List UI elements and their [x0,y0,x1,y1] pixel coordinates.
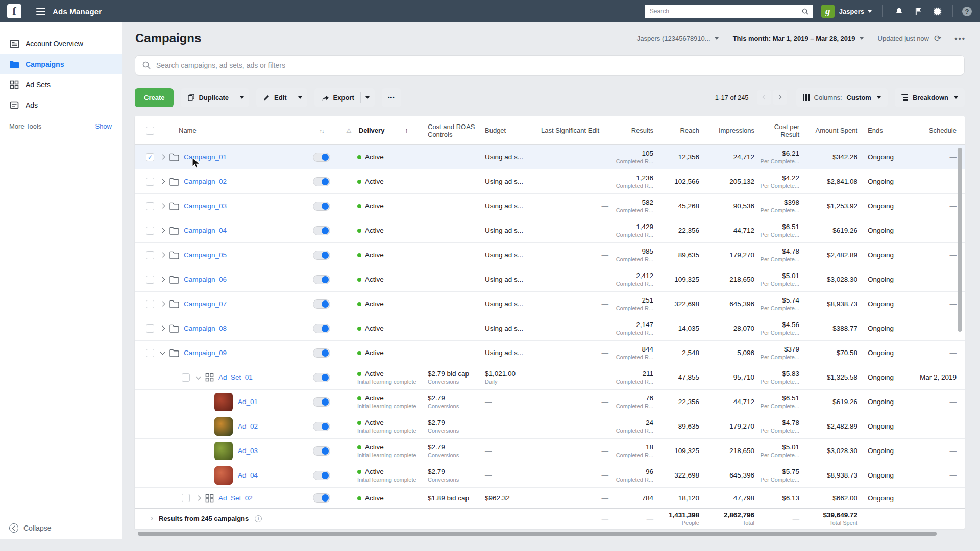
create-button[interactable]: Create [135,88,174,107]
row-checkbox[interactable] [146,178,154,186]
delivery-toggle[interactable] [313,251,330,260]
row-checkbox[interactable] [182,373,190,382]
row-checkbox[interactable] [146,153,154,161]
expand-chevron-icon[interactable] [160,277,165,282]
search-submit-button[interactable] [797,5,813,18]
expand-chevron-icon[interactable] [160,326,165,331]
horizontal-scrollbar[interactable] [138,532,937,536]
expand-chevron-icon[interactable] [160,228,165,233]
next-page-button[interactable] [773,90,787,105]
select-all-checkbox[interactable] [146,127,154,135]
user-avatar[interactable]: g [821,5,835,18]
table-row-ad_01[interactable]: Ad_01ActiveInitial learning complete$2.7… [135,390,965,414]
delivery-toggle[interactable] [313,397,330,407]
expand-chevron-icon[interactable] [160,155,165,160]
table-row-campaign_02[interactable]: Campaign_02ActiveUsing ad s...—1,236Comp… [135,169,965,194]
column-amount-spent[interactable]: Amount Spent [799,127,857,134]
delivery-toggle[interactable] [313,471,330,480]
row-name-link[interactable]: Campaign_02 [184,178,227,185]
row-name-link[interactable]: Campaign_05 [184,251,227,259]
expand-chevron-icon[interactable] [196,495,201,500]
column-reach[interactable]: Reach [653,127,699,134]
previous-page-button[interactable] [757,90,771,105]
row-checkbox[interactable] [146,300,154,308]
sidebar-item-campaigns[interactable]: Campaigns [0,54,122,74]
expand-chevron-icon[interactable] [150,517,153,520]
duplicate-dropdown-button[interactable] [235,92,249,103]
column-cost-per-result[interactable]: Cost per Result [754,123,799,138]
sidebar-item-ads[interactable]: Ads [0,95,122,115]
row-name-link[interactable]: Ad_03 [238,447,258,455]
row-name-link[interactable]: Campaign_07 [184,300,227,308]
edit-button[interactable]: Edit [256,88,307,107]
campaign-search-input[interactable] [156,61,957,69]
help-icon[interactable]: ? [962,7,972,16]
column-cost-roas[interactable]: Cost and ROAS Controls [428,123,485,138]
row-checkbox[interactable] [146,227,154,235]
row-name-link[interactable]: Ad_Set_02 [218,494,253,502]
table-row-campaign_03[interactable]: Campaign_03ActiveUsing ad s...—582Comple… [135,194,965,218]
delivery-toggle[interactable] [313,177,330,186]
row-name-link[interactable]: Campaign_04 [184,227,227,234]
column-delivery[interactable]: Delivery [359,127,385,134]
column-budget[interactable]: Budget [485,127,541,134]
breakdown-button[interactable]: Breakdown [895,88,965,107]
delivery-toggle[interactable] [313,153,330,162]
flag-icon[interactable] [915,7,922,16]
more-options-button[interactable]: ••• [954,34,966,43]
delivery-toggle[interactable] [313,299,330,309]
row-name-link[interactable]: Ad_01 [238,398,258,406]
facebook-logo-icon[interactable]: f [7,4,21,18]
delivery-toggle[interactable] [313,373,330,382]
export-dropdown-button[interactable] [360,92,375,103]
edit-dropdown-button[interactable] [293,92,307,103]
notifications-bell-icon[interactable] [895,7,903,16]
table-row-campaign_04[interactable]: Campaign_04ActiveUsing ad s...—1,429Comp… [135,218,965,243]
columns-button[interactable]: Columns: Custom [796,88,888,107]
settings-gear-icon[interactable] [934,7,942,16]
row-name-link[interactable]: Campaign_08 [184,324,227,332]
table-row-campaign_01[interactable]: Campaign_01ActiveUsing ad s...105Complet… [135,145,965,169]
column-ends[interactable]: Ends [857,127,912,134]
column-name[interactable]: Name [179,127,197,134]
row-name-link[interactable]: Ad_02 [238,422,258,430]
date-range-selector[interactable]: This month: Mar 1, 2019 – Mar 28, 2019 [733,35,864,42]
row-checkbox[interactable] [146,202,154,210]
delivery-toggle[interactable] [313,324,330,333]
table-row-campaign_05[interactable]: Campaign_05ActiveUsing ad s...—985Comple… [135,243,965,267]
row-name-link[interactable]: Campaign_01 [184,153,227,161]
table-row-campaign_08[interactable]: Campaign_08ActiveUsing ad s...—2,147Comp… [135,316,965,341]
row-name-link[interactable]: Campaign_06 [184,276,227,283]
row-checkbox[interactable] [146,276,154,284]
more-tools-show-link[interactable]: Show [95,122,112,130]
export-button[interactable]: Export [314,88,375,107]
delivery-toggle[interactable] [313,446,330,456]
info-icon[interactable]: i [255,515,262,522]
column-sort-icon[interactable]: ↑↓ [303,128,340,134]
table-row-ad_04[interactable]: Ad_04ActiveInitial learning complete$2.7… [135,463,965,488]
row-name-link[interactable]: Campaign_03 [184,202,227,210]
table-row-ad_02[interactable]: Ad_02ActiveInitial learning complete$2.7… [135,414,965,439]
column-impressions[interactable]: Impressions [699,127,754,134]
column-last-significant-edit[interactable]: Last Significant Edit [541,127,608,134]
expand-chevron-icon[interactable] [160,302,165,307]
row-checkbox[interactable] [146,324,154,333]
table-row-campaign_09[interactable]: Campaign_09ActiveUsing ad s...—844Comple… [135,341,965,365]
table-row-campaign_06[interactable]: Campaign_06ActiveUsing ad s...—2,412Comp… [135,267,965,292]
sidebar-item-account-overview[interactable]: Account Overview [0,34,122,54]
table-row-ad_set_02[interactable]: Ad_Set_02Active$1.89 bid cap$962.32—7841… [135,488,965,508]
expand-chevron-icon[interactable] [160,253,165,258]
column-results[interactable]: Results [608,127,653,134]
table-row-ad_set_01[interactable]: Ad_Set_01ActiveInitial learning complete… [135,365,965,390]
refresh-icon[interactable]: ⟳ [934,33,941,44]
row-checkbox[interactable] [146,349,154,357]
row-checkbox[interactable] [146,251,154,259]
delivery-toggle[interactable] [313,422,330,431]
row-name-link[interactable]: Campaign_09 [184,349,227,357]
expand-chevron-icon[interactable] [196,374,201,379]
duplicate-button[interactable]: Duplicate [181,88,249,107]
row-name-link[interactable]: Ad_04 [238,471,258,479]
table-row-campaign_07[interactable]: Campaign_07ActiveUsing ad s...—251Comple… [135,292,965,316]
collapse-sidebar-button[interactable]: Collapse [9,523,51,533]
row-checkbox[interactable] [182,494,190,502]
